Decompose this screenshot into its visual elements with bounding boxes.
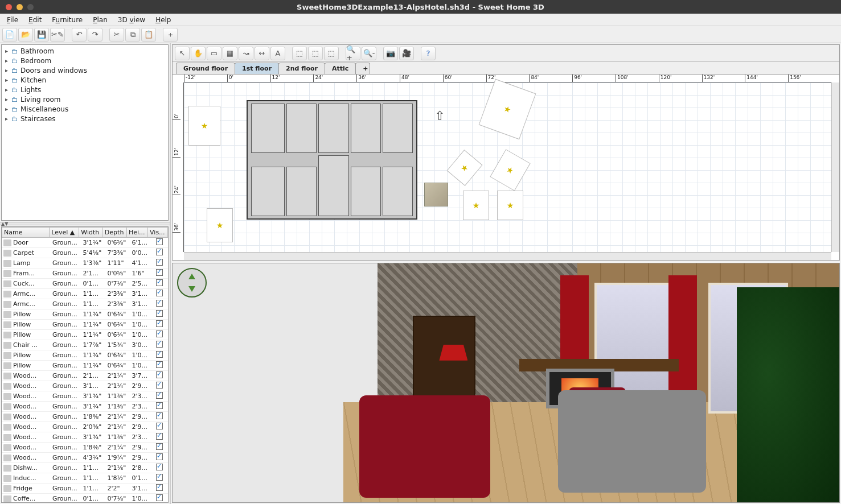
col-name[interactable]: Name xyxy=(2,228,50,238)
cut-button[interactable]: ✂ xyxy=(109,28,124,42)
level-tabs: Ground floor1st floor2nd floorAttic+ xyxy=(173,62,839,75)
table-row[interactable]: Wood...Groun...3'1...2'1¼"2'9... xyxy=(2,381,168,391)
copy-button[interactable]: ⧉ xyxy=(125,28,140,42)
main-area: ▸🗀Bathroom▸🗀Bedroom▸🗀Doors and windows▸🗀… xyxy=(0,43,841,504)
plan-canvas[interactable]: -12'0'12'24'36'48'60'72'84'96'108'120'13… xyxy=(173,75,839,260)
table-row[interactable]: PillowGroun...1'1¾"0'6¾"1'0... xyxy=(2,320,168,330)
level-tab[interactable]: 1st floor xyxy=(235,63,279,74)
cube-object[interactable] xyxy=(424,183,448,206)
col-level[interactable]: Level ▲ xyxy=(50,228,79,238)
paste-button[interactable]: 📋 xyxy=(141,28,156,42)
add-furniture-button[interactable]: ＋ xyxy=(163,28,178,42)
catalog-item[interactable]: ▸🗀Staircases xyxy=(3,114,167,123)
text-tool[interactable]: A xyxy=(270,47,285,60)
zoom-out-button[interactable]: 🔍- xyxy=(362,47,376,60)
table-row[interactable]: Wood...Groun...1'8⅜"2'1¼"2'9... xyxy=(2,412,168,422)
left-column: ▸🗀Bathroom▸🗀Bedroom▸🗀Doors and windows▸🗀… xyxy=(0,43,171,504)
col-width[interactable]: Width xyxy=(79,228,103,238)
add-level-tab[interactable]: + xyxy=(355,63,370,74)
col-visible[interactable]: Vis... xyxy=(148,228,168,238)
help-button[interactable]: ? xyxy=(421,47,436,60)
open-button[interactable]: 📂 xyxy=(18,28,33,42)
level-tab[interactable]: Ground floor xyxy=(176,63,235,74)
table-row[interactable]: FridgeGroun...1'1...2'2"3'1... xyxy=(2,484,168,494)
table-row[interactable]: Armc...Groun...1'1...2'3⅜"3'1... xyxy=(2,299,168,309)
plan-vscroll[interactable] xyxy=(831,82,839,252)
select-tool[interactable]: ↖ xyxy=(175,47,190,60)
left-splitter[interactable]: ▲▼ xyxy=(0,222,170,225)
3d-nav-widget[interactable] xyxy=(177,268,207,298)
table-row[interactable]: CarpetGroun...5'4⅛"7'3⅜"0'0... xyxy=(2,248,168,258)
polyline-tool[interactable]: ↝ xyxy=(239,47,253,60)
main-toolbar: 📄 📂 💾 ✂✎ ↶ ↷ ✂ ⧉ 📋 ＋ xyxy=(0,26,841,43)
tree-object[interactable]: ★ xyxy=(463,191,489,220)
table-row[interactable]: Dishw...Groun...1'1...2'1⅛"2'8... xyxy=(2,463,168,473)
col-height[interactable]: Hei... xyxy=(127,228,148,238)
wall-tool[interactable]: ▭ xyxy=(207,47,221,60)
table-row[interactable]: Cuck...Groun...0'1...0'7⅛"2'5... xyxy=(2,279,168,289)
pan-tool[interactable]: ✋ xyxy=(191,47,206,60)
tool-10[interactable]: ⬚ xyxy=(324,47,339,60)
table-row[interactable]: Induc...Groun...1'1...1'8½"0'1... xyxy=(2,473,168,484)
catalog-item[interactable]: ▸🗀Bathroom xyxy=(3,46,167,56)
video-button[interactable]: 🎥 xyxy=(399,47,414,60)
app-window: SweetHome3DExample13-AlpsHotel.sh3d - Sw… xyxy=(0,0,841,504)
table-row[interactable]: Chair ...Groun...1'7⅞"1'5¾"3'0... xyxy=(2,340,168,350)
menu-edit[interactable]: Edit xyxy=(24,15,46,25)
redo-button[interactable]: ↷ xyxy=(88,28,102,42)
table-row[interactable]: Wood...Groun...2'0⅜"2'1¼"2'9... xyxy=(2,422,168,432)
plan-hscroll[interactable] xyxy=(184,252,831,260)
table-row[interactable]: LampGroun...1'3⅜"1'11"4'1... xyxy=(2,258,168,268)
snapshot-button[interactable]: 📷 xyxy=(383,47,398,60)
window-title: SweetHome3DExample13-AlpsHotel.sh3d - Sw… xyxy=(0,3,841,11)
compass-icon: ⇧ xyxy=(434,109,445,123)
3d-viewport[interactable] xyxy=(172,263,840,503)
room-tool[interactable]: ▦ xyxy=(223,47,237,60)
menu-3dview[interactable]: 3D view xyxy=(113,15,150,25)
catalog-item[interactable]: ▸🗀Miscellaneous xyxy=(3,104,167,114)
table-row[interactable]: PillowGroun...1'1¾"0'6¾"1'0... xyxy=(2,330,168,340)
catalog-item[interactable]: ▸🗀Doors and windows xyxy=(3,65,167,75)
table-row[interactable]: Wood...Groun...3'1¾"1'1⅜"2'3... xyxy=(2,391,168,402)
tree-object[interactable]: ★ xyxy=(207,208,233,242)
catalog-item[interactable]: ▸🗀Bedroom xyxy=(3,56,167,65)
table-row[interactable]: PillowGroun...1'1¾"0'6¾"1'0... xyxy=(2,309,168,320)
catalog-item[interactable]: ▸🗀Kitchen xyxy=(3,75,167,85)
table-row[interactable]: Coffe...Groun...0'1...0'7⅛"1'0... xyxy=(2,494,168,503)
level-tab[interactable]: 2nd floor xyxy=(278,63,325,74)
table-row[interactable]: Fram...Groun...2'1...0'0⅝"1'6" xyxy=(2,268,168,279)
table-row[interactable]: Armc...Groun...1'1...2'3⅜"3'1... xyxy=(2,289,168,299)
horizontal-ruler: -12'0'12'24'36'48'60'72'84'96'108'120'13… xyxy=(184,75,831,82)
level-tab[interactable]: Attic xyxy=(325,63,356,74)
catalog-item[interactable]: ▸🗀Living room xyxy=(3,94,167,104)
3d-scene xyxy=(173,263,839,502)
menu-file[interactable]: File xyxy=(2,15,23,25)
table-row[interactable]: PillowGroun...1'1¾"0'6¾"1'0... xyxy=(2,361,168,371)
dimension-tool[interactable]: ↔ xyxy=(255,47,269,60)
save-button[interactable]: 💾 xyxy=(34,28,49,42)
zoom-in-button[interactable]: 🔍+ xyxy=(346,47,360,60)
table-row[interactable]: Wood...Groun...1'8⅜"2'1¼"2'9... xyxy=(2,443,168,453)
floorplan[interactable] xyxy=(247,100,417,220)
catalog-item[interactable]: ▸🗀Lights xyxy=(3,85,167,94)
menu-furniture[interactable]: Furniture xyxy=(47,15,87,25)
table-row[interactable]: Wood...Groun...2'1...2'1¼"3'7... xyxy=(2,371,168,381)
table-row[interactable]: PillowGroun...1'1¾"0'6¾"1'0... xyxy=(2,350,168,361)
furniture-catalog[interactable]: ▸🗀Bathroom▸🗀Bedroom▸🗀Doors and windows▸🗀… xyxy=(1,44,169,221)
plan-panel: ↖ ✋ ▭ ▦ ↝ ↔ A ⬚ ⬚ ⬚ 🔍+ 🔍- 📷 🎥 xyxy=(172,44,840,261)
menu-plan[interactable]: Plan xyxy=(88,15,112,25)
tool-9[interactable]: ⬚ xyxy=(308,47,323,60)
table-row[interactable]: DoorGroun...3'1¾"0'6⅝"6'1... xyxy=(2,238,168,248)
menu-help[interactable]: Help xyxy=(151,15,175,25)
furniture-list: Name Level ▲ Width Depth Hei... Vis... D… xyxy=(1,226,169,503)
tree-object[interactable]: ★ xyxy=(188,106,220,146)
table-row[interactable]: Wood...Groun...3'1¾"1'1⅜"2'3... xyxy=(2,432,168,443)
new-button[interactable]: 📄 xyxy=(2,28,17,42)
table-row[interactable]: Wood...Groun...4'3¾"1'9¼"2'9... xyxy=(2,453,168,463)
tree-object[interactable]: ★ xyxy=(497,191,523,220)
col-depth[interactable]: Depth xyxy=(102,228,126,238)
prefs-button[interactable]: ✂✎ xyxy=(50,28,65,42)
tool-8[interactable]: ⬚ xyxy=(292,47,307,60)
undo-button[interactable]: ↶ xyxy=(72,28,87,42)
table-row[interactable]: Wood...Groun...3'1¾"1'1⅜"2'3... xyxy=(2,402,168,412)
